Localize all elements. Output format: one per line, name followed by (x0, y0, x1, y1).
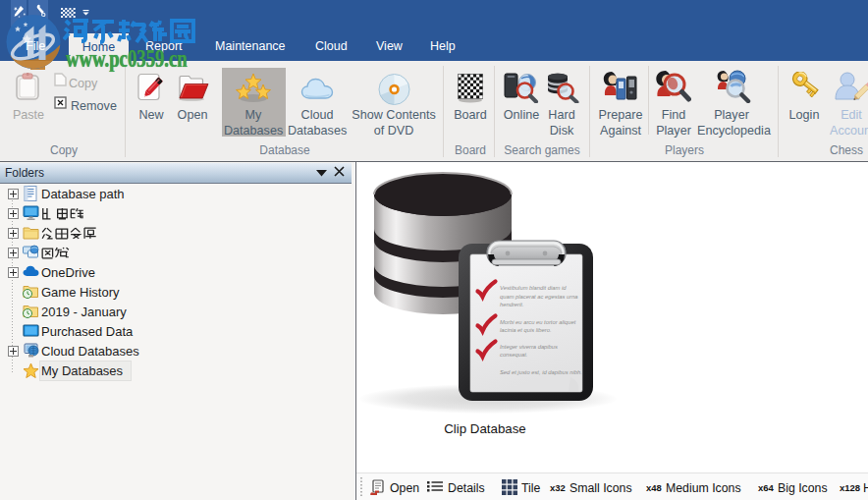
svg-text:consequat.: consequat. (500, 352, 527, 358)
svg-text:hendrerit.: hendrerit. (500, 302, 524, 307)
svg-text:quam placerat ac egestas urna: quam placerat ac egestas urna (500, 294, 578, 300)
svg-text:Sed et justo est, id dapibus n: Sed et justo est, id dapibus nibh. (500, 369, 582, 375)
svg-text:lacinia et quis libero.: lacinia et quis libero. (500, 327, 552, 333)
svg-text:Morbi eu arcu eu tortor alique: Morbi eu arcu eu tortor aliquet (500, 319, 576, 325)
svg-text:Integer viverra dapibus: Integer viverra dapibus (500, 344, 558, 350)
svg-text:Vestibulum blandit diam id: Vestibulum blandit diam id (500, 285, 567, 291)
